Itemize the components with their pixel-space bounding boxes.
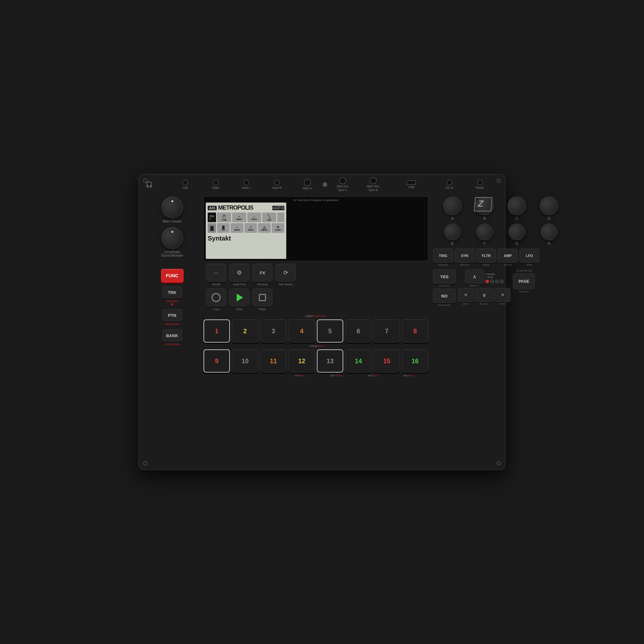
page-sublabel: Fill/Scale bbox=[519, 290, 529, 293]
center-panel: 12 Track Drum Computer & Synthesizer A01… bbox=[204, 196, 428, 465]
step-btn-13[interactable]: 13 bbox=[317, 349, 343, 373]
page-button[interactable]: PAGE bbox=[513, 273, 535, 289]
left-button[interactable]: < bbox=[458, 288, 474, 302]
lfo-btn-group: LFO Mixer bbox=[519, 249, 539, 266]
sound-button[interactable]: ··· bbox=[206, 264, 226, 282]
display-title: 12 Track Drum Computer & Synthesizer bbox=[206, 199, 426, 202]
clear-play-icon bbox=[237, 294, 243, 301]
knob-f-label: F bbox=[484, 241, 486, 245]
step-row2-label-left: ......... bbox=[205, 345, 212, 347]
step-btn-3[interactable]: 3 bbox=[260, 319, 287, 343]
step-btn-14[interactable]: 14 bbox=[345, 349, 372, 373]
page-dot-1 bbox=[485, 279, 489, 283]
tap-tempo-button[interactable]: ⟳ bbox=[276, 264, 296, 282]
yes-no-section: YES Save Ptn NO Reload Ptn bbox=[433, 270, 456, 307]
func-button[interactable]: FUNC bbox=[161, 269, 184, 282]
connector-midi-thru: MIDI ThruSync B bbox=[358, 177, 388, 192]
midi-led bbox=[323, 182, 327, 187]
func-section: FUNC bbox=[146, 269, 199, 282]
corner-screw-tl bbox=[143, 178, 147, 183]
knobs-row-bottom: E F G H bbox=[433, 223, 568, 245]
step-btn-5[interactable]: 5 bbox=[317, 319, 343, 343]
bank-button[interactable]: BANK bbox=[163, 329, 182, 342]
m4-mod-b-label: M4/Mod B bbox=[403, 374, 414, 377]
fltr-button[interactable]: FLTR bbox=[476, 249, 496, 263]
syn-button[interactable]: SYN bbox=[455, 249, 475, 263]
level-data-knob[interactable] bbox=[161, 227, 183, 249]
step-btn-15[interactable]: 15 bbox=[374, 349, 400, 373]
knob-c[interactable] bbox=[507, 196, 526, 215]
display-brand-row: Syntakt bbox=[208, 235, 284, 242]
no-button[interactable]: NO bbox=[433, 289, 456, 303]
elektron-logo bbox=[474, 197, 494, 213]
connector-power: Power bbox=[465, 180, 495, 190]
step-btn-1[interactable]: 1 bbox=[204, 319, 230, 343]
step-btn-12[interactable]: 12 bbox=[289, 349, 315, 373]
display-header: A01 METROPOLIS ⧈127.0 bbox=[208, 204, 284, 211]
up-modifier-row: ∧ Rtrg/Oct+ ∧ Modifier ∨ Setup bbox=[465, 270, 504, 287]
no-sublabel: Reload Ptn bbox=[438, 304, 451, 307]
cell-tmod: ≡TMOD bbox=[244, 223, 257, 233]
ptn-button[interactable]: PTN bbox=[163, 309, 182, 321]
lfo-sublabel: Mixer bbox=[526, 263, 533, 266]
copy-btn-group: Copy bbox=[206, 289, 226, 311]
cell-lev: ▓LEV bbox=[217, 223, 230, 233]
corner-screw-br bbox=[497, 461, 501, 466]
trig-button[interactable]: TRIG bbox=[433, 249, 453, 263]
step-btn-4[interactable]: 4 bbox=[289, 319, 315, 343]
tap-tempo-btn-group: ⟳ Tap Tempo bbox=[276, 264, 296, 286]
paste-label: Paste bbox=[259, 308, 266, 311]
up-btn-group: ∧ Rtrg/Oct+ bbox=[465, 270, 484, 287]
knob-h[interactable] bbox=[541, 223, 557, 240]
amp-button[interactable]: AMP bbox=[498, 249, 518, 263]
knob-group-f: F bbox=[476, 223, 493, 245]
copy-button[interactable] bbox=[206, 289, 226, 307]
no-group: NO Reload Ptn bbox=[433, 289, 456, 307]
step-btn-8[interactable]: 8 bbox=[402, 319, 428, 343]
knob-f[interactable] bbox=[476, 223, 493, 240]
knob-e[interactable] bbox=[444, 223, 461, 240]
lfo-button[interactable]: LFO bbox=[519, 249, 539, 263]
yes-button[interactable]: YES bbox=[433, 270, 456, 284]
page-dot-4 bbox=[500, 279, 504, 283]
jack-left bbox=[182, 180, 188, 185]
clear-button[interactable] bbox=[229, 289, 249, 307]
step-row2-bottom-labels: M1/Retrig M2/Velocity M3/Mod A M4/Mod B bbox=[204, 374, 428, 377]
step-row1-top-labels: ....... Digital/Digital/Mute ....... bbox=[204, 315, 428, 317]
knob-g[interactable] bbox=[508, 223, 525, 240]
routing-button[interactable]: FX bbox=[252, 264, 272, 282]
step-buttons-section: ....... Digital/Digital/Mute ....... 1 2… bbox=[204, 315, 428, 377]
right-button[interactable]: > bbox=[495, 288, 510, 302]
down-sublabel: Rtrg/Oct- bbox=[480, 303, 489, 305]
step-btn-7[interactable]: 7 bbox=[374, 319, 400, 343]
step-btn-9[interactable]: 9 bbox=[204, 349, 230, 373]
jack-dc bbox=[447, 180, 452, 185]
trk-section: TRK Keyboard bbox=[146, 286, 199, 305]
step-btn-16[interactable]: 16 bbox=[402, 349, 428, 373]
jack-power bbox=[477, 180, 483, 185]
yes-group: YES Save Ptn bbox=[433, 270, 456, 287]
trk-button[interactable]: TRK bbox=[163, 286, 182, 298]
cell-empty bbox=[277, 213, 284, 222]
clear-label: Clear bbox=[236, 308, 243, 311]
step-btn-11[interactable]: 11 bbox=[260, 349, 287, 373]
bank-section: BANK Mute Mode bbox=[146, 329, 199, 346]
knob-a[interactable] bbox=[443, 196, 462, 215]
step-btn-6[interactable]: 6 bbox=[345, 319, 372, 343]
knob-d-label: D bbox=[548, 216, 550, 220]
knob-d[interactable] bbox=[540, 196, 558, 215]
cell-dec: ╲DEC bbox=[262, 213, 276, 222]
display-pattern: A01 bbox=[208, 206, 217, 210]
cell-pnch: ⌂PNCH bbox=[247, 213, 261, 222]
knob-group-e: E bbox=[444, 223, 461, 245]
step-btn-10[interactable]: 10 bbox=[232, 349, 258, 373]
main-volume-knob[interactable] bbox=[161, 196, 183, 218]
up-button[interactable]: ∧ bbox=[465, 270, 484, 284]
down-button[interactable]: ∨ bbox=[475, 288, 494, 302]
modifier-up: ∧ Modifier bbox=[485, 273, 496, 276]
keyboard-led bbox=[171, 303, 173, 305]
display-brand: Syntakt bbox=[208, 235, 231, 242]
step-btn-2[interactable]: 2 bbox=[232, 319, 258, 343]
save-proj-button[interactable]: ⚙ bbox=[229, 264, 249, 282]
paste-button[interactable] bbox=[252, 289, 272, 307]
